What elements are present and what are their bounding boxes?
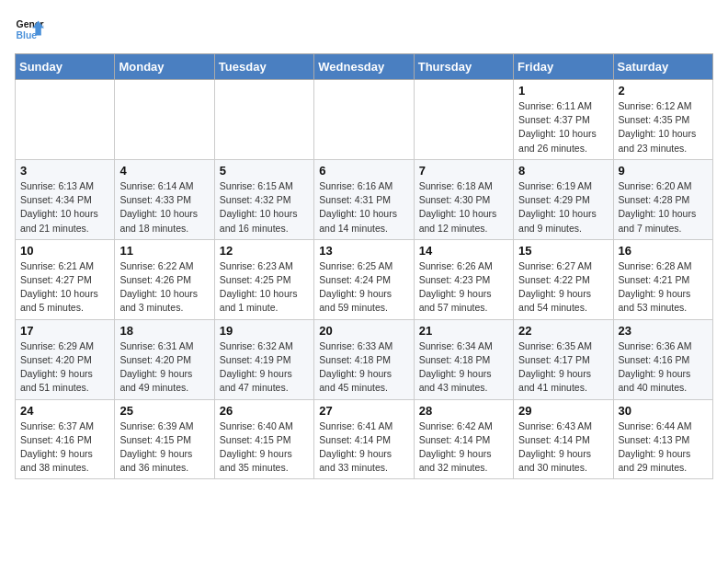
calendar-cell: 28Sunrise: 6:42 AMSunset: 4:14 PMDayligh… bbox=[414, 399, 513, 479]
day-info: Sunrise: 6:35 AMSunset: 4:17 PMDaylight:… bbox=[518, 339, 608, 396]
day-info: Sunrise: 6:31 AMSunset: 4:20 PMDaylight:… bbox=[119, 339, 209, 396]
day-info: Sunrise: 6:26 AMSunset: 4:23 PMDaylight:… bbox=[419, 259, 508, 316]
calendar-cell: 22Sunrise: 6:35 AMSunset: 4:17 PMDayligh… bbox=[514, 319, 613, 399]
day-number: 22 bbox=[518, 324, 608, 338]
day-number: 26 bbox=[220, 404, 309, 418]
day-info: Sunrise: 6:29 AMSunset: 4:20 PMDaylight:… bbox=[20, 339, 109, 396]
calendar-cell: 16Sunrise: 6:28 AMSunset: 4:21 PMDayligh… bbox=[613, 239, 712, 319]
calendar-cell: 29Sunrise: 6:43 AMSunset: 4:14 PMDayligh… bbox=[514, 399, 613, 479]
calendar-cell bbox=[214, 80, 313, 160]
column-header-wednesday: Wednesday bbox=[314, 54, 414, 80]
calendar-cell: 5Sunrise: 6:15 AMSunset: 4:32 PMDaylight… bbox=[214, 159, 313, 239]
calendar-cell bbox=[314, 80, 414, 160]
calendar-cell: 4Sunrise: 6:14 AMSunset: 4:33 PMDaylight… bbox=[115, 159, 214, 239]
calendar-cell: 19Sunrise: 6:32 AMSunset: 4:19 PMDayligh… bbox=[214, 319, 313, 399]
day-info: Sunrise: 6:19 AMSunset: 4:29 PMDaylight:… bbox=[518, 179, 608, 236]
column-header-thursday: Thursday bbox=[414, 54, 513, 80]
day-info: Sunrise: 6:37 AMSunset: 4:16 PMDaylight:… bbox=[20, 419, 109, 476]
day-number: 7 bbox=[419, 164, 508, 178]
column-header-tuesday: Tuesday bbox=[214, 54, 313, 80]
calendar-cell: 24Sunrise: 6:37 AMSunset: 4:16 PMDayligh… bbox=[16, 399, 115, 479]
day-number: 1 bbox=[518, 84, 608, 98]
calendar-cell: 6Sunrise: 6:16 AMSunset: 4:31 PMDaylight… bbox=[314, 159, 414, 239]
day-number: 14 bbox=[419, 244, 508, 258]
day-number: 24 bbox=[20, 404, 109, 418]
calendar-cell: 2Sunrise: 6:12 AMSunset: 4:35 PMDaylight… bbox=[613, 80, 712, 160]
calendar-week-5: 24Sunrise: 6:37 AMSunset: 4:16 PMDayligh… bbox=[16, 399, 713, 479]
day-number: 27 bbox=[319, 404, 408, 418]
day-info: Sunrise: 6:34 AMSunset: 4:18 PMDaylight:… bbox=[419, 339, 508, 396]
day-number: 18 bbox=[119, 324, 209, 338]
calendar-cell: 17Sunrise: 6:29 AMSunset: 4:20 PMDayligh… bbox=[16, 319, 115, 399]
day-info: Sunrise: 6:42 AMSunset: 4:14 PMDaylight:… bbox=[419, 419, 508, 476]
day-number: 12 bbox=[220, 244, 309, 258]
calendar-cell: 27Sunrise: 6:41 AMSunset: 4:14 PMDayligh… bbox=[314, 399, 414, 479]
day-number: 11 bbox=[119, 244, 209, 258]
header: General Blue bbox=[15, 15, 713, 44]
svg-text:Blue: Blue bbox=[17, 30, 38, 40]
day-info: Sunrise: 6:44 AMSunset: 4:13 PMDaylight:… bbox=[619, 419, 708, 476]
calendar-cell: 25Sunrise: 6:39 AMSunset: 4:15 PMDayligh… bbox=[115, 399, 214, 479]
calendar-week-3: 10Sunrise: 6:21 AMSunset: 4:27 PMDayligh… bbox=[16, 239, 713, 319]
calendar-cell: 14Sunrise: 6:26 AMSunset: 4:23 PMDayligh… bbox=[414, 239, 513, 319]
calendar-cell: 18Sunrise: 6:31 AMSunset: 4:20 PMDayligh… bbox=[115, 319, 214, 399]
column-header-sunday: Sunday bbox=[16, 54, 115, 80]
day-info: Sunrise: 6:40 AMSunset: 4:15 PMDaylight:… bbox=[220, 419, 309, 476]
logo: General Blue bbox=[15, 15, 48, 44]
day-info: Sunrise: 6:41 AMSunset: 4:14 PMDaylight:… bbox=[319, 419, 408, 476]
calendar-cell: 20Sunrise: 6:33 AMSunset: 4:18 PMDayligh… bbox=[314, 319, 414, 399]
day-info: Sunrise: 6:18 AMSunset: 4:30 PMDaylight:… bbox=[419, 179, 508, 236]
column-header-saturday: Saturday bbox=[613, 54, 712, 80]
day-info: Sunrise: 6:16 AMSunset: 4:31 PMDaylight:… bbox=[319, 179, 408, 236]
calendar: SundayMondayTuesdayWednesdayThursdayFrid… bbox=[15, 53, 713, 479]
day-info: Sunrise: 6:11 AMSunset: 4:37 PMDaylight:… bbox=[518, 99, 608, 155]
day-number: 6 bbox=[319, 164, 408, 178]
day-info: Sunrise: 6:36 AMSunset: 4:16 PMDaylight:… bbox=[619, 339, 708, 396]
day-number: 10 bbox=[20, 244, 109, 258]
calendar-cell: 12Sunrise: 6:23 AMSunset: 4:25 PMDayligh… bbox=[214, 239, 313, 319]
day-number: 17 bbox=[20, 324, 109, 338]
day-info: Sunrise: 6:27 AMSunset: 4:22 PMDaylight:… bbox=[518, 259, 608, 316]
day-info: Sunrise: 6:15 AMSunset: 4:32 PMDaylight:… bbox=[220, 179, 309, 236]
day-info: Sunrise: 6:28 AMSunset: 4:21 PMDaylight:… bbox=[619, 259, 708, 316]
day-number: 15 bbox=[518, 244, 608, 258]
day-number: 9 bbox=[619, 164, 708, 178]
day-number: 2 bbox=[619, 84, 708, 98]
day-number: 19 bbox=[220, 324, 309, 338]
day-number: 28 bbox=[419, 404, 508, 418]
calendar-cell: 7Sunrise: 6:18 AMSunset: 4:30 PMDaylight… bbox=[414, 159, 513, 239]
day-info: Sunrise: 6:39 AMSunset: 4:15 PMDaylight:… bbox=[119, 419, 209, 476]
calendar-cell: 30Sunrise: 6:44 AMSunset: 4:13 PMDayligh… bbox=[613, 399, 712, 479]
calendar-cell: 8Sunrise: 6:19 AMSunset: 4:29 PMDaylight… bbox=[514, 159, 613, 239]
day-info: Sunrise: 6:12 AMSunset: 4:35 PMDaylight:… bbox=[619, 99, 708, 155]
calendar-cell: 10Sunrise: 6:21 AMSunset: 4:27 PMDayligh… bbox=[16, 239, 115, 319]
day-info: Sunrise: 6:23 AMSunset: 4:25 PMDaylight:… bbox=[220, 259, 309, 316]
day-info: Sunrise: 6:43 AMSunset: 4:14 PMDaylight:… bbox=[518, 419, 608, 476]
day-info: Sunrise: 6:32 AMSunset: 4:19 PMDaylight:… bbox=[220, 339, 309, 396]
calendar-week-4: 17Sunrise: 6:29 AMSunset: 4:20 PMDayligh… bbox=[16, 319, 713, 399]
day-number: 5 bbox=[220, 164, 309, 178]
day-number: 30 bbox=[619, 404, 708, 418]
day-number: 4 bbox=[119, 164, 209, 178]
day-info: Sunrise: 6:20 AMSunset: 4:28 PMDaylight:… bbox=[619, 179, 708, 236]
calendar-cell: 15Sunrise: 6:27 AMSunset: 4:22 PMDayligh… bbox=[514, 239, 613, 319]
day-number: 21 bbox=[419, 324, 508, 338]
day-info: Sunrise: 6:22 AMSunset: 4:26 PMDaylight:… bbox=[119, 259, 209, 316]
day-info: Sunrise: 6:25 AMSunset: 4:24 PMDaylight:… bbox=[319, 259, 408, 316]
calendar-cell: 26Sunrise: 6:40 AMSunset: 4:15 PMDayligh… bbox=[214, 399, 313, 479]
calendar-cell: 21Sunrise: 6:34 AMSunset: 4:18 PMDayligh… bbox=[414, 319, 513, 399]
calendar-cell: 3Sunrise: 6:13 AMSunset: 4:34 PMDaylight… bbox=[16, 159, 115, 239]
day-number: 16 bbox=[619, 244, 708, 258]
day-number: 8 bbox=[518, 164, 608, 178]
calendar-cell: 11Sunrise: 6:22 AMSunset: 4:26 PMDayligh… bbox=[115, 239, 214, 319]
day-number: 20 bbox=[319, 324, 408, 338]
day-number: 23 bbox=[619, 324, 708, 338]
calendar-cell bbox=[414, 80, 513, 160]
day-number: 25 bbox=[119, 404, 209, 418]
column-header-monday: Monday bbox=[115, 54, 214, 80]
calendar-cell: 9Sunrise: 6:20 AMSunset: 4:28 PMDaylight… bbox=[613, 159, 712, 239]
day-info: Sunrise: 6:13 AMSunset: 4:34 PMDaylight:… bbox=[20, 179, 109, 236]
calendar-cell: 23Sunrise: 6:36 AMSunset: 4:16 PMDayligh… bbox=[613, 319, 712, 399]
calendar-week-1: 1Sunrise: 6:11 AMSunset: 4:37 PMDaylight… bbox=[16, 80, 713, 160]
day-number: 29 bbox=[518, 404, 608, 418]
